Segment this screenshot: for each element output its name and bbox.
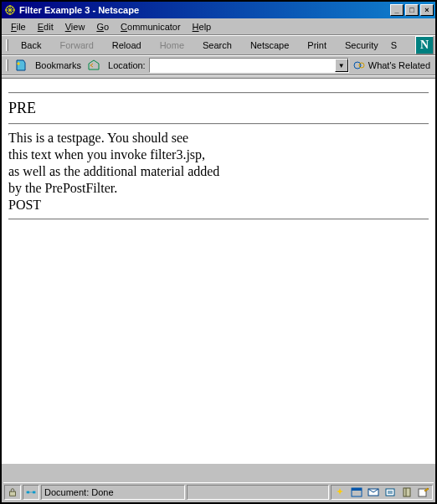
status-text: Document: Done [41,485,185,500]
related-icon [352,59,366,71]
forward-button[interactable]: Forward [50,37,102,54]
status-progress [187,485,329,500]
svg-rect-5 [33,491,35,493]
toolbar-grip[interactable] [3,36,10,54]
netscape-button[interactable]: Netscape [241,37,298,54]
location-grip[interactable] [3,56,10,75]
body-line-1: This is a testpage. You should see [8,130,429,147]
location-dropdown[interactable]: ▼ [335,59,348,72]
home-button[interactable]: Home [151,37,193,54]
tray-mail-icon[interactable] [367,486,380,498]
related-label: What's Related [368,60,430,70]
status-connection-icon[interactable] [23,485,39,500]
tray-news-icon[interactable] [383,486,397,498]
reload-button[interactable]: Reload [103,37,151,54]
body-line-3: as well as the additional material added [8,163,429,180]
svg-rect-8 [352,488,362,491]
svg-rect-3 [10,491,16,496]
location-toolbar: Bookmarks Location: ▼ What's Related [2,55,435,75]
location-input[interactable] [150,59,335,72]
statusbar: Document: Done [3,482,434,501]
bookmarks-label[interactable]: Bookmarks [32,60,85,70]
menu-file[interactable]: File [5,20,32,33]
status-security-icon[interactable] [4,485,21,500]
location-input-wrap: ▼ [149,58,349,73]
menubar: File Edit View Go Communicator Help [2,18,435,35]
location-label: Location: [105,60,149,70]
hr-mid [8,123,429,125]
body-line-4: by the PrePostFilter. [8,180,429,197]
whats-related[interactable]: What's Related [349,59,434,71]
menu-view[interactable]: View [59,20,91,33]
minimize-button[interactable]: _ [390,4,404,16]
location-icon [87,59,102,72]
menu-help[interactable]: Help [187,20,218,33]
menu-edit[interactable]: Edit [32,20,59,33]
svg-point-2 [359,63,364,68]
page-content: PRE This is a testpage. You should see t… [2,79,435,464]
tray-addressbook-icon[interactable] [400,486,414,498]
bookmarks-icon[interactable] [14,59,29,72]
body-line-2: this text when you invoke filter3.jsp, [8,147,429,163]
print-button[interactable]: Print [298,37,336,54]
netscape-logo: N [415,36,434,54]
pre-heading: PRE [8,99,429,118]
tray-nav-icon[interactable] [350,486,363,498]
tray-composer-icon[interactable] [417,486,430,498]
menu-go[interactable]: Go [90,20,115,33]
nav-toolbar: Back Forward Reload Home Search Netscape… [2,35,435,55]
maximize-button[interactable]: □ [405,4,419,16]
shop-button[interactable]: S [388,37,400,54]
hr-top [8,92,429,94]
menu-communicator[interactable]: Communicator [115,20,187,33]
app-icon [3,3,17,17]
security-button[interactable]: Security [336,37,388,54]
component-bar [331,485,433,500]
tray-sparkle-icon[interactable] [333,486,347,498]
svg-rect-10 [386,489,394,496]
svg-rect-4 [27,491,29,493]
body-line-5: POST [8,197,429,213]
titlebar: Filter Example 3 - Netscape _ □ × [2,2,435,18]
hr-bottom [8,219,429,220]
svg-point-1 [354,62,361,69]
search-button[interactable]: Search [193,37,241,54]
window-title: Filter Example 3 - Netscape [19,5,388,15]
close-button[interactable]: × [420,4,434,16]
back-button[interactable]: Back [12,37,50,54]
svg-rect-13 [404,488,410,496]
